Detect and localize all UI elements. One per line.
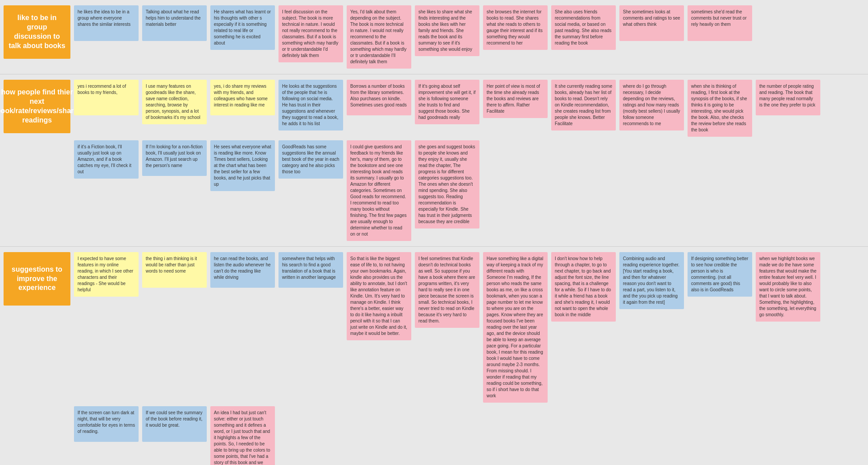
- sticky-2-11: If the screen can turn dark at night, th…: [74, 406, 139, 442]
- row-2: suggestions to improve the experienceI e…: [0, 247, 868, 465]
- sticky-1-7: It she currently reading some books, alr…: [551, 80, 616, 131]
- sticky-1-9: when she is thinking of reading, I first…: [688, 80, 752, 137]
- sticky-1-10: the number of people rating and reading.…: [756, 80, 820, 115]
- sticky-0-7: She also uses friends recommendations fr…: [551, 5, 616, 50]
- sticky-1-4: Borrows a number of books from the libra…: [347, 80, 411, 115]
- board: like to be in group discussion to talk a…: [0, 0, 868, 465]
- category-1: how people find thier next book/rate/rev…: [4, 80, 70, 133]
- sticky-2-6: Have something like a digital way of kee…: [483, 252, 548, 403]
- sticky-2-8: Combining audio and reading experience t…: [619, 252, 684, 309]
- sticky-1-3: He looks at the suggestions of the peopl…: [278, 80, 343, 131]
- notes-area-0: he likes the idea to be in a group where…: [72, 4, 866, 70]
- sticky-2-2: he can read the books, and listen the au…: [210, 252, 275, 288]
- sticky-0-0: he likes the idea to be in a group where…: [74, 5, 139, 41]
- sticky-2-13: An idea I had but just can't solve: eith…: [210, 406, 275, 465]
- sticky-1-15: I could give questions and feedback to m…: [347, 140, 411, 241]
- sticky-0-6: she browses the internet for books to re…: [483, 5, 548, 50]
- sticky-2-10: when we highlight books we made we do th…: [756, 252, 820, 322]
- category-0: like to be in group discussion to talk a…: [4, 5, 70, 59]
- sticky-0-4: Yes, I'd talk about them depending on th…: [347, 5, 411, 69]
- sticky-0-2: He shares what has learnt or his thought…: [210, 5, 275, 50]
- sticky-1-8: where do I go through necessary, I decid…: [619, 80, 684, 131]
- sticky-0-5: she likes to share what she finds intere…: [415, 5, 479, 56]
- sticky-1-2: yes, i do share my reviews with my frien…: [210, 80, 275, 115]
- row-1: how people find thier next book/rate/rev…: [0, 74, 868, 247]
- sticky-2-12: If we could see the summary of the book …: [142, 406, 207, 442]
- sticky-0-1: Talking about what he read helps him to …: [142, 5, 207, 41]
- sticky-1-6: Her point of view is most of the time sh…: [483, 80, 548, 118]
- sticky-1-0: yes i recommend a lot of books to my fri…: [74, 80, 139, 115]
- sticky-0-9: sometimes she'd read the comments but ne…: [688, 5, 752, 41]
- sticky-1-14: GoodReads has some suggestions like the …: [278, 140, 343, 179]
- sticky-2-9: If designing something better to see how…: [688, 252, 752, 297]
- sticky-1-5: If it's going about self improvement she…: [415, 80, 479, 124]
- sticky-1-16: she goes and suggest books to people she…: [415, 140, 479, 228]
- sticky-0-8: She sometimes looks at comments and rati…: [619, 5, 684, 41]
- sticky-2-1: the thing i am thinking is it would be r…: [142, 252, 207, 288]
- sticky-2-5: I feel sometimes that Kindle doesn't do …: [415, 252, 479, 328]
- notes-area-1: yes i recommend a lot of books to my fri…: [72, 78, 866, 243]
- category-2: suggestions to improve the experience: [4, 252, 70, 306]
- sticky-1-11: if it's a Fiction book, I'll usually jus…: [74, 140, 139, 179]
- sticky-0-3: I feel discussion on the subject. The bo…: [278, 5, 343, 62]
- sticky-1-12: If I'm looking for a non-fiction book, I…: [142, 140, 207, 176]
- sticky-2-7: I don't know how to help through a chapt…: [551, 252, 616, 322]
- row-0: like to be in group discussion to talk a…: [0, 0, 868, 74]
- sticky-1-13: He sees what everyone what is reading li…: [210, 140, 275, 191]
- sticky-2-3: somewhere that helps with his search to …: [278, 252, 343, 288]
- notes-area-2: I expected to have some features in my o…: [72, 250, 866, 465]
- sticky-2-0: I expected to have some features in my o…: [74, 252, 139, 297]
- sticky-1-1: I use many features on goodreads like th…: [142, 80, 207, 124]
- sticky-2-4: So that is like the biggest ease of life…: [347, 252, 411, 340]
